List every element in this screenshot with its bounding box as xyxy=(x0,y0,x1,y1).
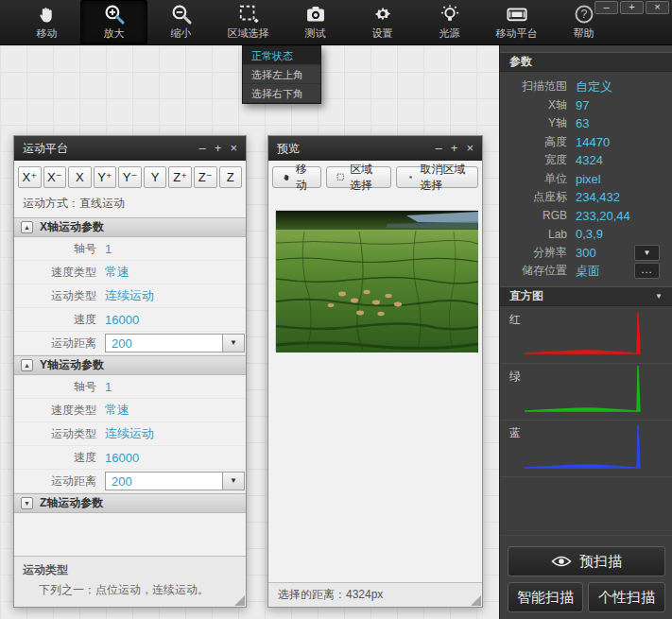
param-value[interactable]: 97 xyxy=(576,98,589,112)
menu-item-select-top-left[interactable]: 选择左上角 xyxy=(243,65,320,84)
resolution-dropdown-button[interactable]: ▼ xyxy=(634,245,660,261)
panel-minimize-button[interactable]: – xyxy=(199,136,206,161)
axis-button-x-plus[interactable]: X⁺ xyxy=(18,166,42,188)
field-value[interactable]: 16000 xyxy=(105,313,139,327)
motion-panel-titlebar[interactable]: 运动平台 – + × xyxy=(14,136,246,161)
button-label: 移动 xyxy=(296,162,311,194)
point-coord-row: 点座标 234,432 xyxy=(500,188,672,207)
param-value[interactable]: 14470 xyxy=(576,135,610,149)
resize-grip[interactable] xyxy=(234,595,245,606)
histogram-header[interactable]: 直方图 ▼ xyxy=(500,286,672,306)
preview-panel-titlebar[interactable]: 预览 – + × xyxy=(268,136,482,161)
lightbulb-icon xyxy=(439,4,460,25)
x-axis-section-header[interactable]: ▲ X轴运动参数 xyxy=(14,217,246,237)
field-label: 速度 xyxy=(14,450,105,466)
motion-mode-label: 运动方式：直线运动 xyxy=(14,193,246,217)
panel-minimize-button[interactable]: – xyxy=(436,136,442,161)
chevron-down-icon[interactable]: ▼ xyxy=(655,292,663,301)
resize-grip[interactable] xyxy=(471,595,481,606)
field-label: 运动距离 xyxy=(14,335,105,352)
param-value[interactable]: pixel xyxy=(576,172,601,186)
axis-button-z-minus[interactable]: Z⁻ xyxy=(194,166,217,188)
z-axis-section-header[interactable]: ▼ Z轴运动参数 xyxy=(14,493,246,513)
toolbar-item-light-source[interactable]: 光源 xyxy=(416,0,483,44)
axis-button-z[interactable]: Z xyxy=(219,166,243,188)
toolbar-item-motion-platform[interactable]: 移动平台 xyxy=(483,0,550,44)
panel-maximize-button[interactable]: + xyxy=(451,136,458,161)
preview-move-button[interactable]: 移动 xyxy=(272,166,321,188)
field-label: 速度类型 xyxy=(14,265,105,281)
axis-button-x-minus[interactable]: X⁻ xyxy=(43,166,67,188)
field-value[interactable]: 1 xyxy=(105,242,112,256)
axis-button-z-plus[interactable]: Z⁺ xyxy=(168,166,192,188)
preview-region-select-button[interactable]: 区域选择 xyxy=(326,166,391,188)
collapse-up-icon[interactable]: ▲ xyxy=(21,359,33,371)
chevron-down-icon[interactable]: ▼ xyxy=(222,335,244,352)
collapse-up-icon[interactable]: ▲ xyxy=(21,221,33,233)
param-value[interactable]: 4324 xyxy=(576,153,603,167)
collapse-down-icon[interactable]: ▼ xyxy=(21,497,33,509)
toolbar-item-label: 缩小 xyxy=(171,26,192,41)
field-value[interactable]: 16000 xyxy=(105,451,139,465)
toolbar-item-label: 移动 xyxy=(37,26,58,41)
field-label: 轴号 xyxy=(14,241,105,257)
toolbar-item-move[interactable]: 移动 xyxy=(13,0,80,44)
motion-panel-controls: – + × xyxy=(199,136,237,161)
field-value[interactable]: 连续运动 xyxy=(105,425,154,442)
storage-browse-button[interactable]: ... xyxy=(634,263,660,279)
field-value[interactable]: 常速 xyxy=(105,402,129,419)
prescan-button[interactable]: 预扫描 xyxy=(508,546,665,576)
param-value[interactable]: 300 xyxy=(576,246,596,260)
y-axis-section-header[interactable]: ▲ Y轴运动参数 xyxy=(14,355,246,375)
menu-item-normal-state[interactable]: 正常状态 xyxy=(243,46,320,65)
panel-close-button[interactable]: × xyxy=(230,136,237,161)
x-distance-dropdown[interactable]: 200 ▼ xyxy=(105,334,245,352)
param-label: 分辨率 xyxy=(500,245,576,261)
histogram-red-block: 红 xyxy=(500,307,672,364)
panel-close-button[interactable]: × xyxy=(466,136,474,161)
rgb-row: RGB 233,20,44 xyxy=(500,207,672,226)
window-close-button[interactable]: × xyxy=(646,1,669,14)
axis-button-y-plus[interactable]: Y⁺ xyxy=(94,166,117,188)
field-value[interactable]: 连续运动 xyxy=(105,287,154,304)
y-distance-dropdown[interactable]: 200 ▼ xyxy=(105,472,245,490)
param-label: 单位 xyxy=(500,171,576,187)
zoom-in-icon xyxy=(104,4,125,25)
window-maximize-button[interactable]: + xyxy=(620,1,644,14)
toolbar-item-region-select[interactable]: 区域选择 xyxy=(215,0,282,44)
toolbar-item-settings[interactable]: 设置 xyxy=(349,0,416,44)
toolbar-item-zoom-out[interactable]: 缩小 xyxy=(147,0,215,44)
param-label: 点座标 xyxy=(500,189,576,205)
preview-image[interactable] xyxy=(275,210,477,352)
preview-panel-controls: – + × xyxy=(436,136,474,161)
param-value[interactable]: 自定义 xyxy=(576,78,612,95)
field-label: 速度 xyxy=(14,312,105,328)
window-minimize-button[interactable]: – xyxy=(594,1,618,14)
axis-button-y-minus[interactable]: Y⁻ xyxy=(118,166,142,188)
toolbar-item-test[interactable]: 测试 xyxy=(282,0,349,44)
field-value[interactable]: 常速 xyxy=(105,264,129,281)
axis-button-y[interactable]: Y xyxy=(144,166,167,188)
window-controls: – + × xyxy=(594,1,669,14)
param-label: RGB xyxy=(500,209,576,222)
dropdown-value: 200 xyxy=(106,336,222,351)
histogram-green-plot xyxy=(500,364,672,421)
param-value[interactable]: 63 xyxy=(576,116,589,130)
custom-scan-button[interactable]: 个性扫描 xyxy=(588,582,665,612)
axis-button-x[interactable]: X xyxy=(68,166,92,188)
panel-maximize-button[interactable]: + xyxy=(215,136,222,161)
help-icon: ? xyxy=(574,4,594,25)
field-label: 运动类型 xyxy=(14,426,105,442)
toolbar-item-label: 帮助 xyxy=(574,26,594,41)
menu-item-select-bottom-right[interactable]: 选择右下角 xyxy=(243,84,320,103)
toolbar-item-zoom-in[interactable]: 放大 xyxy=(80,0,147,44)
field-value[interactable]: 1 xyxy=(105,380,112,394)
preview-cancel-region-button[interactable]: 取消区域选择 xyxy=(396,166,478,188)
y-axis-section-title: Y轴运动参数 xyxy=(40,357,104,373)
chevron-down-icon[interactable]: ▼ xyxy=(222,473,244,490)
param-value[interactable]: 桌面 xyxy=(576,263,600,280)
smart-scan-button[interactable]: 智能扫描 xyxy=(508,582,583,612)
histogram-green-block: 绿 xyxy=(500,364,672,421)
green-channel-label: 绿 xyxy=(509,369,521,385)
toolbar-item-label: 光源 xyxy=(439,26,460,41)
